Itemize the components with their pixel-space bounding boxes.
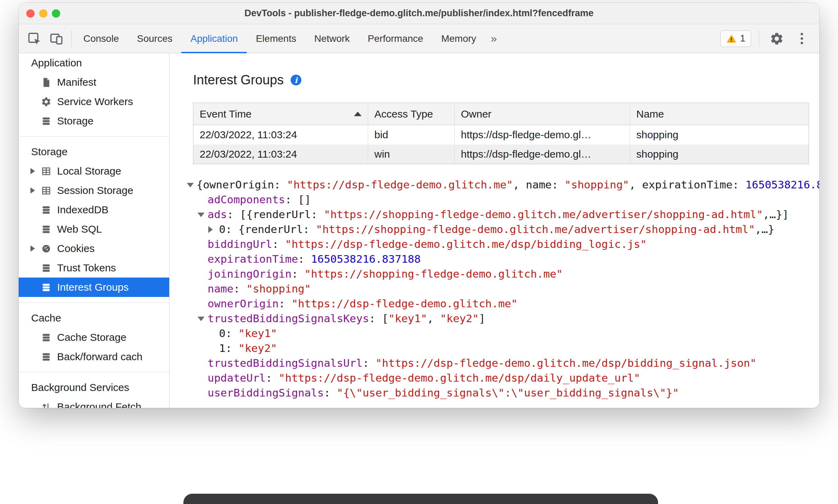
devtools-body: ApplicationManifestService WorkersStorag…	[19, 53, 819, 408]
tree-property-name: joiningOrigin	[208, 268, 292, 280]
main-panel: Interest Groups Event TimeAccess TypeOwn…	[170, 53, 819, 408]
sidebar-item-interest-groups[interactable]: Interest Groups	[19, 278, 169, 297]
expand-triangle-icon[interactable]	[30, 168, 41, 174]
tab-console[interactable]: Console	[74, 24, 128, 53]
table-header-row: Event TimeAccess TypeOwnerName	[193, 103, 809, 125]
tree-text: {ownerOrigin:	[197, 178, 287, 191]
tree-text: : [{renderUrl:	[227, 208, 324, 221]
tree-property-name: ads	[208, 208, 227, 221]
tree-array-index: 0	[219, 223, 226, 235]
column-header-event-time[interactable]: Event Time	[193, 103, 368, 125]
info-icon[interactable]	[291, 75, 301, 85]
settings-gear-button[interactable]	[767, 29, 787, 49]
column-header-name[interactable]: Name	[630, 103, 809, 125]
sidebar-item-trust-tokens[interactable]: Trust Tokens	[19, 258, 169, 278]
table-row[interactable]: 22/03/2022, 11:03:24winhttps://dsp-fledg…	[193, 144, 809, 164]
tree-string-value: "https://dsp-fledge-demo.glitch.me/dsp/d…	[279, 372, 640, 384]
section-header-background-services: Background Services	[19, 378, 169, 397]
sidebar-item-service-workers[interactable]: Service Workers	[19, 92, 169, 111]
table-row[interactable]: 22/03/2022, 11:03:24bidhttps://dsp-fledg…	[193, 125, 809, 144]
tree-property-name: userBiddingSignals	[208, 386, 324, 399]
tab-application[interactable]: Application	[181, 24, 247, 53]
tree-string-value: "{\"user_bidding_signals\":\"user_biddin…	[337, 386, 679, 399]
expand-triangle-icon[interactable]	[208, 226, 213, 233]
tree-string-value: "https://dsp-fledge-demo.glitch.me"	[292, 297, 518, 310]
sidebar-item-back-forward-cach[interactable]: Back/forward cach	[19, 347, 169, 366]
inspect-element-button[interactable]	[24, 29, 44, 49]
tree-property-name: trustedBiddingSignalsUrl	[208, 357, 363, 369]
collapse-triangle-icon[interactable]	[198, 317, 204, 321]
cell-name: shopping	[630, 144, 809, 164]
web-sql-icon	[41, 224, 52, 235]
tree-string-value: "key1"	[389, 312, 427, 325]
zoom-button[interactable]	[52, 9, 60, 18]
sidebar-item-local-storage[interactable]: Local Storage	[19, 161, 169, 181]
cell-access-type: bid	[368, 125, 455, 144]
tree-line: ads: [{renderUrl: "https://shopping-fled…	[186, 207, 819, 222]
more-options-button[interactable]	[792, 29, 812, 49]
section-header-application: Application	[19, 53, 169, 73]
tree-string-value: "https://dsp-fledge-demo.glitch.me/dsp/b…	[285, 238, 647, 250]
sidebar-item-session-storage[interactable]: Session Storage	[19, 181, 169, 200]
section-header-storage: Storage	[19, 142, 169, 161]
tree-text: :	[298, 253, 311, 265]
tab-elements[interactable]: Elements	[247, 24, 305, 53]
tree-line: expirationTime: 1650538216.837188	[186, 252, 819, 267]
cell-owner: https://dsp-fledge-demo.gl…	[455, 125, 630, 144]
sidebar-item-background-fetch[interactable]: Background Fetch	[19, 397, 169, 408]
interest-groups-table: Event TimeAccess TypeOwnerName22/03/2022…	[193, 103, 809, 164]
tree-line: 0: {renderUrl: "https://shopping-fledge-…	[186, 222, 819, 237]
tree-text: :	[324, 386, 337, 399]
sidebar-item-manifest[interactable]: Manifest	[19, 73, 169, 92]
close-button[interactable]	[26, 9, 35, 18]
tree-property-name: expirationTime	[208, 253, 298, 265]
cell-access-type: win	[368, 144, 455, 164]
tree-line: trustedBiddingSignalsKeys: ["key1", "key…	[186, 311, 819, 326]
sidebar-item-storage[interactable]: Storage	[19, 111, 169, 131]
sidebar-item-label: Cookies	[57, 243, 94, 254]
tree-text: :	[292, 268, 304, 280]
collapse-triangle-icon[interactable]	[198, 213, 204, 217]
more-tabs-button[interactable]: »	[485, 24, 502, 53]
collapse-triangle-icon[interactable]	[187, 183, 194, 187]
sidebar-section-application: ApplicationManifestService WorkersStorag…	[19, 53, 169, 136]
tree-string-value: "https://shopping-fledge-demo.glitch.me/…	[316, 223, 755, 235]
toolbar-separator	[759, 31, 759, 47]
sidebar-item-cookies[interactable]: Cookies	[19, 239, 169, 258]
tree-number-value: 1650538216.837188	[311, 253, 421, 265]
tree-text: , name:	[513, 178, 565, 191]
expand-triangle-icon[interactable]	[30, 187, 41, 194]
tree-line: joiningOrigin: "https://shopping-fledge-…	[186, 267, 819, 281]
sidebar-section-storage: StorageLocal StorageSession StorageIndex…	[19, 136, 169, 302]
sidebar-item-label: Trust Tokens	[57, 262, 116, 274]
tree-line: 0: "key1"	[186, 326, 819, 341]
tree-text: , expirationTime:	[629, 178, 745, 191]
minimize-button[interactable]	[39, 9, 47, 18]
trust-tokens-icon	[41, 263, 52, 273]
warning-count: 1	[740, 33, 745, 44]
page-title-row: Interest Groups	[193, 73, 819, 87]
tree-string-value: "key2"	[238, 342, 277, 354]
sidebar-item-label: Web SQL	[57, 223, 102, 235]
expand-triangle-icon[interactable]	[30, 245, 41, 252]
macos-dock	[183, 494, 658, 504]
issues-button[interactable]: 1	[720, 30, 751, 47]
tab-performance[interactable]: Performance	[359, 24, 432, 53]
sidebar-item-label: Service Workers	[57, 96, 133, 108]
sidebar-item-web-sql[interactable]: Web SQL	[19, 220, 169, 239]
tree-text: ,…}	[755, 223, 774, 235]
device-toolbar-button[interactable]	[46, 29, 66, 49]
column-header-access-type[interactable]: Access Type	[368, 103, 455, 125]
column-header-owner[interactable]: Owner	[455, 103, 630, 125]
sidebar-item-cache-storage[interactable]: Cache Storage	[19, 328, 169, 347]
tree-text: :	[363, 357, 375, 369]
panel-tabs: ConsoleSourcesApplicationElementsNetwork…	[74, 24, 485, 53]
tree-string-value: "https://shopping-fledge-demo.glitch.me/…	[324, 208, 763, 221]
kebab-menu-icon	[801, 33, 803, 44]
tab-network[interactable]: Network	[305, 24, 359, 53]
tab-memory[interactable]: Memory	[432, 24, 485, 53]
cookies-icon	[41, 243, 52, 254]
tab-sources[interactable]: Sources	[128, 24, 182, 53]
sidebar-item-indexeddb[interactable]: IndexedDB	[19, 200, 169, 220]
back-forward-cache-icon	[41, 352, 52, 362]
